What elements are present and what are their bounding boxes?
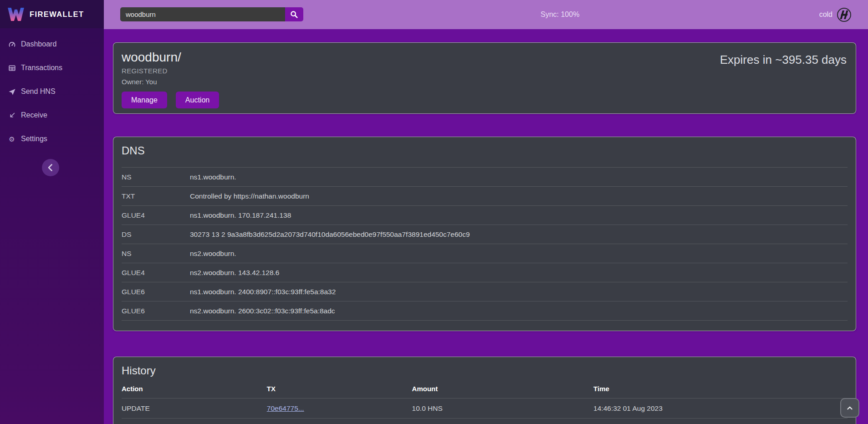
history-col-amount: Amount <box>412 385 594 393</box>
history-title: History <box>122 364 848 377</box>
history-action: UPDATE <box>122 404 267 413</box>
dns-record-value: ns2.woodburn. <box>190 250 236 258</box>
sidebar-item-settings[interactable]: ⚙ Settings <box>0 127 104 151</box>
dns-record-value: Controlled by https://nathan.woodburn <box>190 192 309 200</box>
search-input[interactable] <box>120 7 285 21</box>
history-col-time: Time <box>593 385 848 393</box>
table-icon <box>8 64 16 72</box>
dns-record-row: TXT Controlled by https://nathan.woodbur… <box>122 186 848 205</box>
firewallet-logo-icon <box>7 7 25 21</box>
dns-record-value: ns1.woodburn. 170.187.241.138 <box>190 211 291 220</box>
auction-button[interactable]: Auction <box>176 92 219 108</box>
sidebar-collapse-button[interactable] <box>42 159 59 176</box>
sidebar-item-label: Settings <box>21 135 47 143</box>
dns-record-type: GLUE6 <box>122 307 190 315</box>
domain-expiry: Expires in ~395.35 days <box>720 53 847 67</box>
sidebar-item-label: Transactions <box>21 64 62 72</box>
dns-record-value: ns2.woodburn. 143.42.128.6 <box>190 269 280 277</box>
dns-record-type: NS <box>122 250 190 258</box>
dns-record-row: GLUE6 ns1.woodburn. 2400:8907::f03c:93ff… <box>122 282 848 301</box>
history-table-header: Action TX Amount Time <box>122 379 848 398</box>
dns-title: DNS <box>122 144 848 157</box>
dns-record-type: NS <box>122 173 190 181</box>
scroll-to-top-button[interactable] <box>840 398 859 418</box>
dns-record-type: GLUE4 <box>122 211 190 220</box>
sidebar-item-label: Dashboard <box>21 40 56 48</box>
history-row: UPDATE 70e64775... 10.0 HNS 14:46:32 01 … <box>122 398 848 419</box>
send-icon <box>8 87 16 96</box>
wallet-name: cold <box>819 10 832 19</box>
dns-record-type: DS <box>122 230 190 239</box>
dns-record-row: NS ns1.woodburn. <box>122 167 848 186</box>
dns-card: DNS NS ns1.woodburn. TXT Controlled by h… <box>113 137 856 331</box>
sync-status: Sync: 100% <box>541 0 579 29</box>
dns-record-type: GLUE6 <box>122 288 190 296</box>
dns-record-type: TXT <box>122 192 190 200</box>
chevron-left-icon <box>42 159 59 176</box>
manage-button[interactable]: Manage <box>122 92 167 108</box>
history-table: Action TX Amount Time UPDATE 70e64775...… <box>122 379 848 424</box>
dns-record-row: NS ns2.woodburn. <box>122 244 848 263</box>
sidebar-nav: Dashboard Transactions Send HNS Receive … <box>0 32 104 151</box>
sidebar: FIREWALLET Dashboard Transactions Send H… <box>0 0 104 424</box>
sidebar-item-receive[interactable]: Receive <box>0 103 104 127</box>
dns-record-row: GLUE6 ns2.woodburn. 2600:3c02::f03c:93ff… <box>122 301 848 321</box>
history-col-action: Action <box>122 385 267 393</box>
sidebar-item-label: Receive <box>21 111 47 119</box>
chevron-up-icon <box>844 403 855 414</box>
sidebar-item-send-hns[interactable]: Send HNS <box>0 80 104 103</box>
wallet-group: cold <box>819 0 852 29</box>
main-content: woodburn/ REGISTERED Owner: You Manage A… <box>104 29 868 424</box>
history-col-tx: TX <box>267 385 412 393</box>
dns-record-value: ns1.woodburn. 2400:8907::f03c:93ff:fe5a:… <box>190 288 336 296</box>
dns-record-row: GLUE4 ns2.woodburn. 143.42.128.6 <box>122 263 848 282</box>
dns-record-row: DS 30273 13 2 9a3a8fb3d625d2a2073d740f10… <box>122 225 848 244</box>
dns-record-type: GLUE4 <box>122 269 190 277</box>
gauge-icon <box>8 40 16 48</box>
dns-record-value: ns1.woodburn. <box>190 173 236 181</box>
sidebar-item-transactions[interactable]: Transactions <box>0 56 104 80</box>
domain-status: REGISTERED <box>122 67 848 75</box>
search-icon <box>290 10 299 19</box>
app-logo: FIREWALLET <box>0 0 104 28</box>
domain-owner: Owner: You <box>122 78 848 86</box>
handshake-logo-icon[interactable] <box>837 7 852 22</box>
tx-link[interactable]: 70e64775... <box>267 404 304 412</box>
brand-name: FIREWALLET <box>30 10 84 19</box>
sidebar-item-dashboard[interactable]: Dashboard <box>0 32 104 56</box>
gear-icon: ⚙ <box>8 135 16 143</box>
dns-record-row: GLUE4 ns1.woodburn. 170.187.241.138 <box>122 205 848 225</box>
topbar: Sync: 100% cold <box>104 0 868 29</box>
search-button[interactable] <box>285 7 303 21</box>
domain-actions: Manage Auction <box>122 92 848 108</box>
domain-card: woodburn/ REGISTERED Owner: You Manage A… <box>113 42 856 114</box>
history-time: 14:46:32 01 Aug 2023 <box>593 404 848 413</box>
dns-record-value: 30273 13 2 9a3a8fb3d625d2a2073d740f10da6… <box>190 230 470 239</box>
sidebar-item-label: Send HNS <box>21 87 56 96</box>
history-card: History Action TX Amount Time UPDATE 70e… <box>113 357 856 424</box>
dns-record-value: ns2.woodburn. 2600:3c02::f03c:93ff:fe5a:… <box>190 307 335 315</box>
search-box <box>120 7 303 21</box>
dns-table: NS ns1.woodburn. TXT Controlled by https… <box>122 167 848 321</box>
history-amount: 10.0 HNS <box>412 404 594 413</box>
history-row: RENEW d73e1b5f... 10.0 HNS 15:47:36 07 F… <box>122 419 848 424</box>
receive-icon <box>8 111 16 119</box>
